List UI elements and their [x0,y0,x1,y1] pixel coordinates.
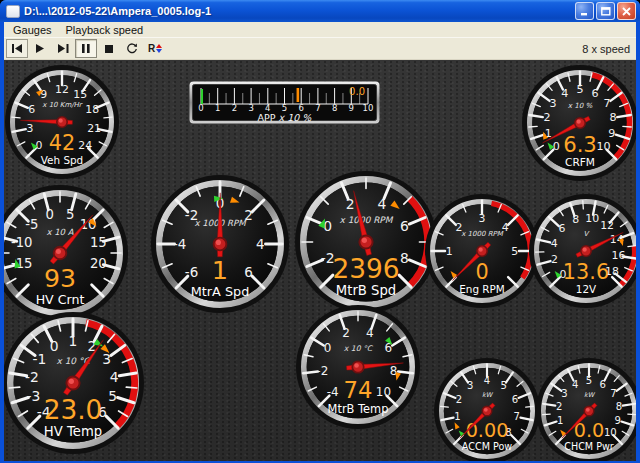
svg-text:6: 6 [512,394,518,405]
svg-text:1: 1 [212,255,228,285]
menu-playback-speed[interactable]: Playback speed [59,23,151,37]
r-speed-icon [156,44,162,53]
minimize-button[interactable] [575,2,594,20]
window-title: D:\...\2012-05-22\Ampera_0005.log-1 [24,5,573,17]
svg-text:7: 7 [315,103,320,113]
svg-text:9: 9 [615,415,621,426]
svg-text:6: 6 [600,379,606,390]
svg-text:0: 0 [50,338,59,354]
svg-text:x 1000 RPM: x 1000 RPM [461,229,504,238]
svg-text:3: 3 [479,212,486,225]
svg-text:2: 2 [456,394,462,405]
svg-text:3: 3 [561,388,567,399]
svg-text:4: 4 [366,326,374,340]
svg-text:42: 42 [49,131,75,155]
svg-text:20: 20 [90,256,107,271]
skip-start-button[interactable] [6,39,28,58]
title-bar[interactable]: D:\...\2012-05-22\Ampera_0005.log-1 [0,0,640,22]
svg-text:-1: -1 [32,351,46,367]
svg-text:ACCM Pow: ACCM Pow [462,441,512,452]
svg-text:x 10 %: x 10 % [568,101,593,110]
gauge-chcm-pwr: 12345678910kW0.0CHCM Pwr [535,357,636,461]
stop-button[interactable] [98,39,120,58]
svg-text:6: 6 [592,87,599,100]
gauge-accm-pow: 12345678kW0.00ACCM Pow [433,357,541,461]
svg-text:0.0: 0.0 [349,86,365,97]
gauge-crfm: 012345678910x 10 %6.3CRFM [521,64,636,186]
svg-text:x 10 °C: x 10 °C [344,344,374,353]
svg-text:9: 9 [40,88,47,101]
svg-text:HV Crnt: HV Crnt [36,292,85,307]
svg-text:10: 10 [376,385,391,399]
svg-text:MtrB Spd: MtrB Spd [336,283,396,298]
svg-text:x 1000 RPM: x 1000 RPM [340,215,394,225]
svg-text:3: 3 [549,97,556,110]
svg-text:9: 9 [608,127,615,140]
gauge-mtrb-temp: -4-20246810x 10 °C74MtrB Temp [295,304,421,434]
gauge-mtrb-spd: -202468x 1000 RPM2396MtrB Spd [294,170,438,318]
svg-text:2: 2 [346,196,355,212]
svg-text:4: 4 [561,87,568,100]
toolbar: R 8 x speed [4,37,636,60]
svg-text:MtrA Spd: MtrA Spd [191,284,250,299]
svg-text:0: 0 [198,103,203,113]
play-icon [36,44,45,53]
play-button[interactable] [29,39,51,58]
gauge-12v: 024681012141618V13.612V [528,193,636,313]
svg-text:13.6: 13.6 [563,260,609,284]
svg-text:2: 2 [232,103,237,113]
svg-text:7: 7 [603,97,610,110]
svg-text:12V: 12V [576,283,597,295]
pause-button[interactable] [75,39,97,58]
svg-text:MtrB Temp: MtrB Temp [328,402,389,416]
svg-text:1: 1 [454,411,460,422]
svg-text:6: 6 [558,222,565,235]
svg-text:-4: -4 [173,237,186,252]
svg-text:10: 10 [597,140,611,153]
svg-text:3: 3 [248,103,253,113]
svg-text:2: 2 [556,401,562,412]
svg-text:HV Temp: HV Temp [44,424,102,439]
svg-text:Eng RPM: Eng RPM [459,283,505,295]
menu-gauges[interactable]: Gauges [6,23,59,37]
svg-text:2396: 2396 [332,253,399,284]
maximize-button[interactable] [596,2,615,20]
svg-text:kW: kW [584,391,596,399]
maximize-icon [601,7,611,16]
close-button[interactable] [617,2,636,20]
svg-text:12: 12 [600,219,614,232]
gauge-eng-rpm: 12345x 1000 RPM0Eng RPM [424,193,540,313]
svg-text:0: 0 [46,207,54,222]
gauge-app: 0123456789100.0APP x 10 % [189,81,380,128]
loop-button[interactable] [121,39,143,58]
svg-text:2: 2 [551,253,558,266]
svg-text:CHCM Pwr: CHCM Pwr [564,441,614,452]
svg-text:23.0: 23.0 [44,394,103,425]
svg-text:-3: -3 [27,388,41,404]
loop-icon [126,43,138,55]
r-speed-label: R [148,43,155,54]
svg-text:-6: -6 [185,265,198,280]
svg-text:1: 1 [215,103,220,113]
svg-text:-2: -2 [25,369,39,385]
skip-end-icon [58,44,69,53]
svg-text:18: 18 [85,103,99,116]
minimize-icon [580,7,590,16]
svg-text:12: 12 [55,83,69,96]
r-speed-button[interactable]: R [144,39,166,58]
svg-text:3: 3 [102,351,111,367]
svg-text:8: 8 [400,250,409,266]
gauge-veh-spd: 03691215182124x 10 Km/Hr42Veh Spd [4,64,120,184]
svg-text:0: 0 [475,260,488,284]
svg-text:2: 2 [543,111,550,124]
svg-text:8: 8 [332,103,337,113]
svg-text:-2: -2 [316,364,328,378]
svg-text:9: 9 [349,103,354,113]
svg-text:7: 7 [513,411,519,422]
skip-end-button[interactable] [52,39,74,58]
skip-start-icon [12,44,23,53]
svg-text:1: 1 [69,333,78,349]
svg-text:0: 0 [35,139,42,152]
gauge-panel: 03691215182124x 10 Km/Hr42Veh Spd0123456… [4,60,636,461]
svg-text:3: 3 [26,122,33,135]
